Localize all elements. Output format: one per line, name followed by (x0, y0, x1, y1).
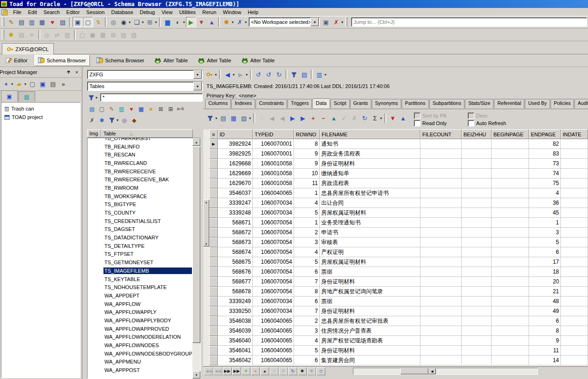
table-list-item[interactable]: WA_APPFLOWNODESBODYGROUP (88, 349, 192, 358)
chevron-down-icon[interactable]: ▼ (193, 82, 202, 90)
cell-rowno[interactable]: 1 (294, 218, 320, 228)
cell-filename[interactable]: 身份证明材料 (320, 306, 420, 316)
cell-beginpage[interactable] (492, 267, 529, 277)
view-as-script-icon[interactable]: ◎ (119, 115, 129, 125)
commit-jar-icon[interactable]: ▼ (388, 113, 398, 123)
add-project-item-icon[interactable]: + (1, 79, 11, 89)
cell-filename[interactable]: 申请书 (320, 228, 420, 238)
menu-debug[interactable]: Debug (137, 9, 158, 15)
cell-filename[interactable]: 票据 (320, 267, 420, 277)
table-list-item[interactable]: TB_RWROOM (88, 184, 192, 192)
cell-typeid[interactable]: 1060040065 (253, 336, 294, 346)
rebuild-table-icon[interactable]: ▦ (136, 104, 146, 114)
cell-filename[interactable]: 通知书 (320, 139, 420, 149)
grid-scroll-down-icon[interactable]: ▼ (203, 241, 209, 246)
cell-rowno[interactable]: 4 (294, 336, 320, 346)
insert-row-icon[interactable]: + (308, 113, 318, 123)
toolbar-grip[interactable] (345, 17, 347, 27)
cell-beginpage[interactable] (492, 247, 529, 257)
img-column-header[interactable]: Img (87, 129, 101, 138)
cell-rowno[interactable]: 6 (294, 267, 320, 277)
cell-indate[interactable] (561, 356, 588, 365)
table-list-item[interactable]: TS_GETMONEYSET (88, 258, 192, 267)
cell-indate[interactable] (561, 169, 588, 178)
cell-rowno[interactable]: 3 (294, 326, 320, 336)
cell-rowno[interactable]: 8 (294, 139, 320, 149)
cell-beizhhu[interactable] (462, 238, 492, 247)
cell-filecount[interactable] (420, 356, 462, 365)
connection-key-icon[interactable] (205, 69, 215, 80)
save-settings-icon[interactable]: ✱ (6, 30, 16, 40)
cell-beizhhu[interactable] (462, 326, 492, 336)
nav-edit-icon[interactable]: ▲ (260, 367, 269, 375)
commit-icon[interactable]: ▼ (196, 17, 206, 27)
cell-id[interactable]: 3546040 (218, 336, 253, 346)
cell-rowno[interactable]: 7 (294, 277, 320, 287)
nav-insert-icon[interactable]: + (242, 367, 250, 375)
cell-indate[interactable] (561, 277, 588, 287)
grid-row[interactable]: 354604010600400654房屋产权登记现场查勘表9 (209, 336, 588, 346)
grid-row[interactable]: 354604210600400656集资建房合同14 (209, 356, 588, 365)
database-browser-icon[interactable]: ▥ (27, 17, 37, 27)
cell-filecount[interactable] (420, 198, 462, 208)
grid-scroll-up-icon[interactable]: ▲ (203, 200, 209, 205)
cell-indate[interactable] (561, 238, 588, 247)
sum-dropdown-icon[interactable]: ▾ (380, 116, 383, 120)
hscroll-left-icon[interactable]: ◀ (428, 368, 436, 374)
cell-filecount[interactable] (420, 178, 462, 188)
calculator-icon[interactable]: ⊞ (166, 104, 176, 114)
rollback-icon[interactable]: ▲ (206, 17, 217, 27)
cell-filecount[interactable] (420, 336, 462, 346)
edit-row-icon[interactable]: ▲ (329, 113, 339, 123)
cell-filecount[interactable] (420, 346, 462, 356)
pin-icon[interactable] (65, 69, 72, 76)
table-list-item[interactable]: TS_DATADICTIONARY (88, 233, 192, 242)
cell-rowno[interactable]: 3 (294, 238, 320, 247)
cell-beizhhu[interactable] (462, 169, 492, 178)
breakpoint-icon[interactable]: ✗ (235, 17, 245, 27)
cell-beizhhu[interactable] (462, 178, 492, 188)
cell-endpage[interactable]: 1 (529, 218, 561, 228)
cell-beginpage[interactable] (492, 218, 529, 228)
project-view-tab[interactable]: ▣ (1, 90, 18, 102)
cell-typeid[interactable]: 1060070054 (253, 238, 294, 247)
detail-tab-policies[interactable]: Policies (551, 99, 574, 108)
cell-typeid[interactable]: 1060040065 (253, 356, 294, 365)
document-tab-alter-table[interactable]: Alter Table (194, 55, 235, 66)
cell-beizhhu[interactable] (462, 277, 492, 287)
cell-filecount[interactable] (420, 267, 462, 277)
chevron-down-icon[interactable]: ▼ (193, 70, 202, 79)
cell-filename[interactable]: 住房情况分户普查表 (320, 326, 420, 336)
cell-id[interactable]: 3546038 (218, 316, 253, 326)
cell-beginpage[interactable] (492, 198, 529, 208)
cell-endpage[interactable]: 11 (529, 346, 561, 356)
active-row-indicator[interactable]: ▶ (209, 139, 218, 149)
row-selector[interactable] (209, 238, 218, 247)
cell-filename[interactable]: 房屋权属证明材料 (320, 208, 420, 218)
cell-filecount[interactable] (420, 316, 462, 326)
cell-beginpage[interactable] (492, 238, 529, 247)
export-dataset-dropdown-icon[interactable]: ▾ (249, 116, 252, 120)
cell-filecount[interactable] (420, 169, 462, 178)
cell-indate[interactable] (561, 159, 588, 169)
cell-beginpage[interactable] (492, 346, 529, 356)
next-record-icon[interactable]: ▶ (287, 113, 298, 123)
detail-tab-partitions[interactable]: Partitions (402, 99, 429, 108)
cell-filecount[interactable] (420, 149, 462, 159)
cell-indate[interactable] (561, 287, 588, 297)
cell-typeid[interactable]: 1060040065 (253, 188, 294, 198)
cell-id[interactable]: 568678 (218, 287, 253, 297)
tree-item-toad-project[interactable]: TOAD project (4, 113, 80, 121)
menu-rerun[interactable]: Rerun (199, 9, 220, 15)
delete-workspace-dropdown-icon[interactable]: ▾ (341, 20, 344, 24)
row-selector[interactable] (209, 208, 218, 218)
sql-monitor-icon[interactable]: ♥ (47, 17, 58, 27)
table-list-item[interactable]: TB_OTHERREGIST (88, 138, 192, 142)
cell-beginpage[interactable] (492, 178, 529, 188)
cell-typeid[interactable]: 1060070054 (253, 228, 294, 238)
cell-typeid[interactable]: 1060070054 (253, 257, 294, 267)
cell-typeid[interactable]: 1060010058 (253, 159, 294, 169)
cell-typeid[interactable]: 1060010058 (253, 178, 294, 188)
desktop-panels-icon[interactable]: ▣ (73, 17, 83, 27)
database-view-tab[interactable]: ▤ (18, 91, 35, 102)
